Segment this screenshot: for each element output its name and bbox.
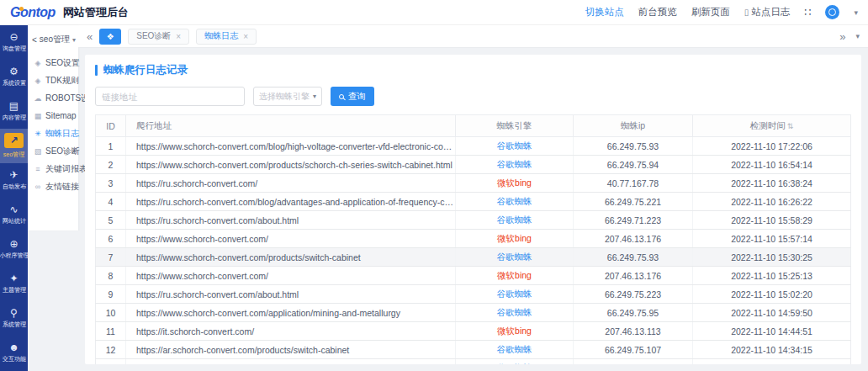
cell-url: https://www.schorch-convert.com/ (126, 230, 456, 248)
table-row: 3https://ru.schorch-convert.com/微软bing40… (96, 174, 851, 193)
rail-item-系统管理[interactable]: ⚲系统管理 (0, 301, 28, 336)
cell-id: 5 (96, 211, 126, 230)
cell-id: 3 (96, 174, 126, 193)
header-action-站点日志[interactable]: ▯站点日志 (744, 6, 791, 19)
cell-engine: 谷歌蜘蛛 (456, 193, 574, 211)
rail-item-小程序管理[interactable]: ⊕小程序管理 (0, 232, 28, 267)
spider-log-table: ID 爬行地址 蜘蛛引擎 蜘蛛ip 检测时间⇅ 1https://www.sch… (95, 114, 851, 364)
engine-link[interactable]: 微软bing (497, 233, 532, 243)
fullscreen-icon[interactable]: ∷ (804, 6, 811, 19)
rail-item-主题管理[interactable]: ✦主题管理 (0, 267, 28, 301)
rail-item-seo管理[interactable]: ↗seo管理 (0, 129, 28, 163)
engine-link[interactable]: 谷歌蜘蛛 (497, 344, 532, 354)
cell-ip: 207.46.13.176 (574, 230, 693, 248)
engine-select-placeholder: 选择蜘蛛引擎 (259, 91, 310, 103)
tab-label: 蜘蛛日志 (204, 30, 238, 42)
avatar[interactable] (825, 5, 839, 19)
rail-item-询盘管理[interactable]: ⊖询盘管理 (0, 25, 28, 60)
tab-menu-caret-icon[interactable]: ▾ (855, 32, 860, 40)
header-action-前台预览[interactable]: 前台预览 (638, 6, 677, 19)
cloud-icon: ☁ (34, 94, 42, 103)
rail-item-label: 内容管理 (2, 114, 25, 122)
select-caret-icon: ▾ (313, 93, 316, 100)
app-title: 网站管理后台 (63, 5, 129, 20)
header-actions: 切换站点前台预览刷新页面▯站点日志∷ ▾ (585, 5, 858, 19)
collapse-sidebar-icon[interactable]: « (87, 30, 93, 43)
cell-id: 4 (96, 193, 126, 211)
rail-item-内容管理[interactable]: ▤内容管理 (0, 94, 28, 129)
col-header-time[interactable]: 检测时间⇅ (693, 115, 851, 137)
user-menu-caret-icon[interactable]: ▾ (854, 8, 858, 17)
cell-ip: 66.249.71.223 (574, 211, 693, 230)
submenu-item-SEO设置[interactable]: ◈SEO设置 (28, 54, 78, 72)
rail-item-系统设置[interactable]: ⚙系统设置 (0, 60, 28, 94)
submenu-item-TDK规则[interactable]: ◈TDK规则 (28, 72, 78, 89)
engine-link[interactable]: 微软bing (497, 178, 532, 188)
cell-ip: 66.249.75.95 (574, 304, 693, 322)
engine-select[interactable]: 选择蜘蛛引擎 ▾ (253, 87, 322, 106)
col-header-engine: 蜘蛛引擎 (456, 115, 574, 137)
cell-engine: 谷歌蜘蛛 (456, 156, 574, 174)
rail-item-label: 主题管理 (2, 286, 25, 294)
shield-icon: ◈ (34, 77, 42, 85)
engine-link[interactable]: 谷歌蜘蛛 (497, 307, 532, 317)
table-row: 12https://ar.schorch-convert.com/product… (96, 341, 851, 359)
cell-id: 7 (96, 248, 126, 267)
rail-item-label: 网站统计 (2, 217, 25, 225)
table-row: 7https://www.schorch-convert.com/product… (96, 248, 851, 267)
rail-item-label: seo管理 (3, 151, 24, 159)
header-action-刷新页面[interactable]: 刷新页面 (691, 6, 730, 19)
url-search-input[interactable] (95, 87, 245, 106)
engine-link[interactable]: 谷歌蜘蛛 (497, 215, 532, 225)
submenu-item-ROBOTS设置[interactable]: ☁ROBOTS设置 (28, 89, 78, 107)
engine-link[interactable]: 谷歌蜘蛛 (497, 159, 532, 169)
close-icon[interactable]: × (243, 32, 248, 41)
engine-link[interactable]: 微软bing (497, 326, 532, 336)
query-button[interactable]: 查询 (331, 87, 374, 106)
table-row: 2https://www.schorch-convert.com/product… (96, 156, 851, 174)
col-header-url: 爬行地址 (126, 115, 456, 137)
engine-link[interactable]: 谷歌蜘蛛 (497, 140, 532, 151)
rail-item-交互功能[interactable]: ☻交互功能 (0, 336, 28, 370)
tab-SEO诊断[interactable]: SEO诊断× (128, 29, 189, 45)
cell-id: 8 (96, 267, 126, 285)
cell-url: https://ru.schorch-convert.com/ (126, 174, 456, 193)
mini-program-globe-icon: ⊕ (9, 239, 18, 249)
back-chevron-icon: < (32, 35, 37, 45)
close-icon[interactable]: × (176, 32, 181, 41)
home-tab-button[interactable]: ❖ (99, 29, 121, 45)
engine-link[interactable]: 谷歌蜘蛛 (497, 252, 532, 262)
submenu-item-蜘蛛日志[interactable]: ✳蜘蛛日志 (28, 125, 78, 142)
table-row: 6https://www.schorch-convert.com/微软bing2… (96, 230, 851, 248)
submenu-item-SEO诊断[interactable]: ▧SEO诊断 (28, 142, 78, 160)
submenu-item-Sitemap[interactable]: ▦Sitemap (28, 107, 78, 125)
engine-link[interactable]: 微软bing (497, 270, 532, 280)
submenu-item-label: 友情链接 (45, 181, 79, 193)
tabbar-right: » ▾ (839, 30, 860, 43)
cell-ip: 66.249.75.93 (574, 248, 693, 267)
header-action-切换站点[interactable]: 切换站点 (585, 6, 624, 19)
col-header-id: ID (96, 115, 126, 137)
shield-icon: ◈ (34, 59, 42, 67)
engine-link[interactable]: 谷歌蜘蛛 (497, 289, 532, 299)
cell-engine: 谷歌蜘蛛 (456, 137, 574, 156)
content-doc-icon: ▤ (9, 101, 19, 111)
tab-蜘蛛日志[interactable]: 蜘蛛日志× (196, 29, 257, 45)
cell-time: 2022-11-10 16:54:14 (693, 156, 851, 174)
cell-engine: 微软bing (456, 174, 574, 193)
submenu-header[interactable]: < seo管理 ▾ (28, 32, 78, 54)
cell-url: https://www.schorch-convert.com/blog/hig… (126, 137, 456, 156)
rail-item-网站统计[interactable]: ∿网站统计 (0, 198, 28, 232)
cell-time: 2022-11-10 15:57:14 (693, 230, 851, 248)
interaction-users-icon: ☻ (8, 342, 19, 352)
cell-url: https://ru.schorch-convert.com/products/… (126, 359, 456, 365)
cell-id: 2 (96, 156, 126, 174)
submenu-item-关键词报表[interactable]: ≡关键词报表 (28, 160, 78, 178)
engine-link[interactable]: 谷歌蜘蛛 (497, 363, 532, 365)
header-action-label: 切换站点 (585, 6, 624, 19)
engine-link[interactable]: 谷歌蜘蛛 (497, 196, 532, 206)
tab-overflow-icon[interactable]: » (839, 30, 845, 43)
submenu-item-友情链接[interactable]: ∞友情链接 (28, 178, 78, 195)
rail-item-自动发布[interactable]: ✈自动发布 (0, 163, 28, 198)
cell-url: https://www.schorch-convert.com/products… (126, 156, 456, 174)
